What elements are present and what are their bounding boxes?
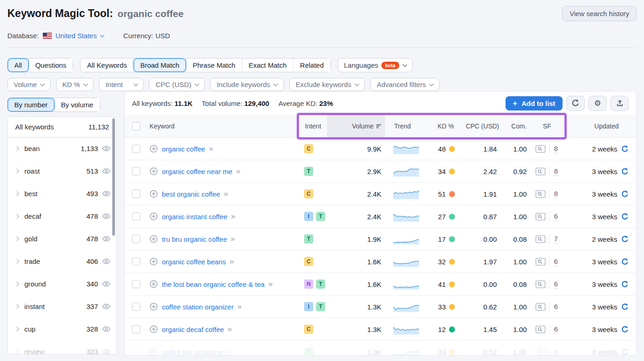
keyword-expand-icon[interactable]: » xyxy=(227,347,230,355)
eye-icon[interactable] xyxy=(102,326,110,332)
keyword-expand-icon[interactable]: » xyxy=(228,325,231,334)
eye-icon[interactable] xyxy=(102,191,110,197)
sf-count[interactable]: 6 xyxy=(553,212,558,221)
keyword-link[interactable]: organic coffee near me xyxy=(162,168,232,175)
add-keyword-icon[interactable] xyxy=(150,190,158,198)
refresh-metrics-icon[interactable] xyxy=(621,348,629,356)
eye-icon[interactable] xyxy=(102,258,110,264)
row-checkbox[interactable] xyxy=(132,257,140,266)
sf-count[interactable]: 8 xyxy=(553,145,558,153)
refresh-metrics-icon[interactable] xyxy=(621,190,629,198)
serp-preview-icon[interactable] xyxy=(535,190,546,198)
refresh-button[interactable] xyxy=(566,96,585,111)
sf-count[interactable]: 8 xyxy=(553,167,558,176)
expand-chevron-icon[interactable] xyxy=(15,259,19,264)
row-checkbox[interactable] xyxy=(132,167,140,175)
keyword-expand-icon[interactable]: » xyxy=(209,144,213,153)
add-keyword-icon[interactable] xyxy=(150,257,158,266)
add-keyword-icon[interactable] xyxy=(150,145,158,153)
match-tab[interactable]: Broad Match xyxy=(133,58,186,72)
refresh-metrics-icon[interactable] xyxy=(621,303,629,311)
expand-chevron-icon[interactable] xyxy=(15,327,19,332)
serp-preview-icon[interactable] xyxy=(535,303,546,311)
filter-dropdown[interactable]: Include keywords xyxy=(210,78,283,91)
sf-count[interactable]: 7 xyxy=(553,235,558,244)
expand-chevron-icon[interactable] xyxy=(15,169,19,174)
expand-chevron-icon[interactable] xyxy=(15,237,19,241)
filter-dropdown[interactable]: KD % xyxy=(56,78,94,91)
row-checkbox[interactable] xyxy=(132,348,140,355)
column-header-com[interactable]: Com. xyxy=(499,115,529,137)
expand-chevron-icon[interactable] xyxy=(15,146,19,151)
refresh-metrics-icon[interactable] xyxy=(621,213,629,221)
expand-chevron-icon[interactable] xyxy=(15,214,19,219)
filter-dropdown[interactable]: Exclude keywords xyxy=(289,78,365,91)
eye-icon[interactable] xyxy=(102,146,110,151)
serp-preview-icon[interactable] xyxy=(535,213,546,221)
sf-count[interactable]: 6 xyxy=(553,257,558,266)
keyword-link[interactable]: coffee bar organizer xyxy=(162,348,223,356)
filter-dropdown[interactable]: Advanced filters xyxy=(370,78,439,91)
filter-dropdown[interactable]: CPC (USD) xyxy=(149,78,205,91)
sf-count[interactable]: 6 xyxy=(553,303,558,311)
refresh-metrics-icon[interactable] xyxy=(621,168,629,175)
sf-count[interactable]: 6 xyxy=(553,325,558,334)
keyword-link[interactable]: best organic coffee xyxy=(162,190,220,198)
add-keyword-icon[interactable] xyxy=(150,167,158,175)
match-tab[interactable]: All Keywords xyxy=(80,58,133,72)
row-checkbox[interactable] xyxy=(132,145,140,153)
serp-preview-icon[interactable] xyxy=(535,258,546,266)
column-header-updated[interactable]: Updated xyxy=(565,115,629,137)
serp-preview-icon[interactable] xyxy=(535,348,546,356)
match-tab[interactable]: Related xyxy=(293,58,330,72)
refresh-metrics-icon[interactable] xyxy=(621,235,629,243)
add-keyword-icon[interactable] xyxy=(150,235,158,243)
add-keyword-icon[interactable] xyxy=(150,212,158,221)
column-header-kd[interactable]: KD % xyxy=(427,115,456,137)
row-checkbox[interactable] xyxy=(132,190,140,198)
keyword-link[interactable]: tru bru organic coffee xyxy=(162,235,227,243)
refresh-metrics-icon[interactable] xyxy=(621,258,629,266)
keyword-expand-icon[interactable]: » xyxy=(230,257,233,266)
keyword-group-row[interactable]: instant 337 xyxy=(8,295,116,318)
keyword-group-row[interactable]: review 323 xyxy=(8,340,116,355)
row-checkbox[interactable] xyxy=(132,303,140,311)
keyword-expand-icon[interactable]: » xyxy=(268,279,272,289)
match-tab[interactable]: Questions xyxy=(29,58,73,72)
keyword-link[interactable]: organic coffee xyxy=(162,145,205,153)
sf-count[interactable]: 8 xyxy=(553,190,558,198)
column-header-volume[interactable]: Volume xyxy=(327,115,385,137)
eye-icon[interactable] xyxy=(102,349,110,355)
expand-chevron-icon[interactable] xyxy=(15,282,19,286)
row-checkbox[interactable] xyxy=(132,325,140,333)
keyword-group-row[interactable]: cup 328 xyxy=(8,318,116,340)
add-keyword-icon[interactable] xyxy=(150,348,158,355)
filter-dropdown[interactable]: Intent xyxy=(99,78,144,91)
serp-preview-icon[interactable] xyxy=(535,280,546,288)
export-button[interactable] xyxy=(610,96,629,111)
serp-preview-icon[interactable] xyxy=(535,145,546,153)
filter-dropdown[interactable]: Volume xyxy=(7,78,51,91)
settings-button[interactable]: ⚙ xyxy=(588,96,607,111)
languages-dropdown[interactable]: Languages beta xyxy=(338,58,413,72)
sort-toggle-tab[interactable]: By volume xyxy=(54,98,100,111)
eye-icon[interactable] xyxy=(102,213,110,219)
column-header-keyword[interactable]: Keyword xyxy=(150,115,299,137)
add-to-list-button[interactable]: + Add to list xyxy=(506,96,563,111)
keyword-expand-icon[interactable]: » xyxy=(236,167,240,176)
refresh-metrics-icon[interactable] xyxy=(621,145,629,153)
serp-preview-icon[interactable] xyxy=(535,235,546,243)
eye-icon[interactable] xyxy=(102,303,110,309)
keyword-expand-icon[interactable]: » xyxy=(224,189,227,198)
keyword-link[interactable]: the lost bean organic coffee & tea xyxy=(162,280,264,288)
column-header-trend[interactable]: Trend xyxy=(385,115,427,137)
column-header-cpc[interactable]: CPC (USD) xyxy=(456,115,499,137)
keyword-link[interactable]: organic coffee beans xyxy=(162,258,226,266)
expand-chevron-icon[interactable] xyxy=(15,304,19,309)
keyword-link[interactable]: organic decaf coffee xyxy=(162,326,224,333)
match-tab[interactable]: All xyxy=(8,58,29,72)
keyword-group-row[interactable]: bean 1,133 xyxy=(8,137,116,160)
database-selector[interactable]: United States xyxy=(55,32,104,40)
eye-icon[interactable] xyxy=(102,281,110,287)
sf-count[interactable]: 6 xyxy=(553,348,558,356)
